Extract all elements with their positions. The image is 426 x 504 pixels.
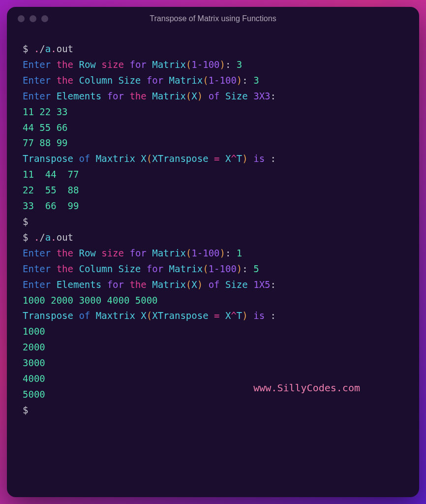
elem-prompt: Enter Elements for the Matrix(X) of Size…	[23, 89, 403, 104]
output-row: 11 44 77	[23, 167, 403, 183]
terminal-body[interactable]: $ ./a.out Enter the Row size for Matrix(…	[7, 31, 419, 497]
row-prompt: Enter the Row size for Matrix(1-100): 1	[23, 246, 403, 261]
input-row: 11 22 33	[23, 104, 403, 120]
output-row: 2000	[23, 340, 403, 355]
col-prompt: Enter the Column Size for Matrix(1-100):…	[23, 73, 403, 89]
prompt: $	[23, 43, 28, 54]
window-titlebar: Transpose of Matrix using Functions	[7, 7, 419, 31]
output-row: 33 66 99	[23, 198, 403, 214]
input-row: 44 55 66	[23, 120, 403, 136]
elem-prompt: Enter Elements for the Matrix(X) of Size…	[23, 277, 403, 293]
terminal-window: Transpose of Matrix using Functions $ ./…	[7, 7, 419, 497]
col-prompt: Enter the Column Size for Matrix(1-100):…	[23, 261, 403, 277]
close-icon[interactable]	[18, 15, 25, 22]
traffic-lights	[18, 15, 48, 22]
row-prompt: Enter the Row size for Matrix(1-100): 3	[23, 57, 403, 73]
prompt: $	[23, 214, 403, 230]
output-row: 3000	[23, 355, 403, 371]
maximize-icon[interactable]	[41, 15, 48, 22]
window-title: Transpose of Matrix using Functions	[150, 14, 276, 23]
input-row: 77 88 99	[23, 135, 403, 151]
transpose-header: Transpose of Maxtrix X(XTranspose = X^T)…	[23, 308, 403, 324]
output-row: 22 55 88	[23, 183, 403, 198]
prompt: $	[23, 403, 403, 418]
input-row: 1000 2000 3000 4000 5000	[23, 293, 403, 309]
transpose-header: Transpose of Maxtrix X(XTranspose = X^T)…	[23, 151, 403, 167]
cmd-line: $ ./a.out	[23, 41, 403, 57]
cmd-line: $ ./a.out	[23, 230, 403, 246]
minimize-icon[interactable]	[30, 15, 36, 22]
watermark: www.SillyCodes.com	[253, 380, 360, 397]
output-row: 1000	[23, 324, 403, 340]
